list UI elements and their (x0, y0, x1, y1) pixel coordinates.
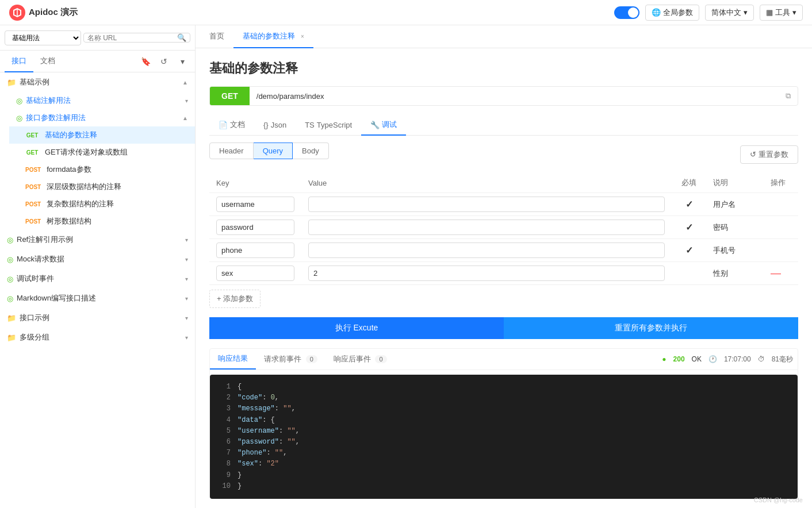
doc-tab-typescript[interactable]: TS TypeScript (296, 116, 361, 135)
group-header-ref[interactable]: ◎ Ref注解引用示例 ▾ (0, 230, 195, 249)
code-line: 9 } (219, 470, 788, 481)
bookmark-icon[interactable]: 🔖 (137, 53, 154, 70)
response-status: ● 200 OK 🕐 17:07:00 ⏱ 81毫秒 (662, 355, 798, 364)
line-number: 3 (219, 403, 231, 414)
code-line: 1 { (219, 382, 788, 392)
param-key-2[interactable] (216, 243, 294, 258)
sidebar-item-complex-struct[interactable]: POST 复杂数据结构的注释 (9, 195, 195, 213)
folder-icon-multi: 📁 (7, 333, 16, 342)
param-required-2: ✓ (672, 239, 706, 262)
search-input[interactable] (87, 34, 175, 42)
line-number: 6 (219, 437, 231, 448)
clock-icon: 🕐 (708, 355, 717, 363)
execute-row: 执行 Excute 重置所有参数并执行 (209, 317, 798, 339)
resp-tab-post[interactable]: 响应后事件 0 (325, 349, 395, 369)
param-value-3[interactable] (308, 265, 665, 281)
tools-btn[interactable]: ▦ 工具 ▾ (760, 5, 803, 21)
add-param-btn[interactable]: + 添加参数 (209, 290, 261, 308)
tab-bar: 首页 基础的参数注释 × (196, 25, 812, 48)
param-value-2[interactable] (308, 243, 665, 258)
param-action-2 (764, 239, 798, 262)
table-row: ✓ 用户名 (209, 193, 798, 216)
sidebar-item-formdata[interactable]: POST formdata参数 (9, 161, 195, 178)
response-container: 响应结果 请求前事件 0 响应后事件 0 ● 200 (209, 348, 798, 499)
doc-tab-json[interactable]: {} Json (254, 116, 296, 135)
group-header-debug-event[interactable]: ◎ 调试时事件 ▾ (0, 269, 195, 288)
group-header-basics[interactable]: 📁 基础示例 ▲ (0, 72, 195, 92)
line-content: "username": "", (238, 426, 300, 437)
group-header-markdown[interactable]: ◎ Markdown编写接口描述 ▾ (0, 288, 195, 308)
group-header-interface-example[interactable]: 📁 接口示例 ▾ (0, 308, 195, 328)
code-line: 5 "username": "", (219, 426, 788, 437)
param-desc-1: 密码 (706, 216, 764, 239)
line-content: "password": "", (238, 437, 300, 448)
project-select[interactable]: 基础用法 (5, 30, 81, 45)
resp-tab-result[interactable]: 响应结果 (210, 349, 256, 370)
req-tab-body[interactable]: Body (293, 143, 329, 159)
globe-icon: 🌐 (652, 8, 661, 17)
sidebar-item-basic-params[interactable]: GET 基础的参数注释 (9, 126, 195, 144)
method-tag-post4: POST (23, 218, 43, 225)
header-right: 🌐 全局参数 简体中文 ▾ ▦ 工具 ▾ (614, 5, 803, 21)
param-key-1[interactable] (216, 220, 294, 235)
app-title: Apidoc 演示 (29, 7, 78, 18)
timer-icon: ⏱ (758, 355, 765, 363)
sub-header-param-annotation[interactable]: ◎ 接口参数注解用法 ▲ (9, 109, 195, 126)
expand-icon-mock: ▾ (185, 256, 188, 263)
debug-icon: 🔧 (370, 121, 380, 129)
response-duration: 81毫秒 (772, 355, 793, 364)
col-desc: 说明 (706, 173, 764, 193)
sub-header-basic-annotation[interactable]: ◎ 基础注解用法 ▾ (9, 92, 195, 109)
delete-btn[interactable]: — (771, 267, 781, 279)
tab-close-btn[interactable]: × (301, 33, 304, 40)
watermark: CSDN @hg-code (754, 497, 803, 503)
line-number: 7 (219, 448, 231, 459)
param-value-1[interactable] (308, 220, 665, 235)
line-content: "sex": "2" (238, 459, 279, 469)
code-line: 2 "code": 0, (219, 392, 788, 403)
json-icon: {} (263, 121, 269, 129)
params-table: Key Value 必填 说明 操作 ✓ 用户名 ✓ (209, 173, 798, 285)
reset-params-btn[interactable]: ↺ 重置参数 (740, 145, 798, 164)
response-tabs: 响应结果 请求前事件 0 响应后事件 0 ● 200 (210, 349, 798, 370)
doc-tab-doc[interactable]: 📄 文档 (209, 115, 254, 136)
tab-active[interactable]: 基础的参数注释 × (233, 25, 313, 48)
language-btn[interactable]: 简体中文 ▾ (705, 5, 754, 21)
code-line: 10 } (219, 481, 788, 492)
resp-tab-pre[interactable]: 请求前事件 0 (256, 349, 325, 369)
sub-group-param-annotation: ◎ 接口参数注解用法 ▲ GET 基础的参数注释 GET GET请求传递对象或数… (0, 109, 195, 230)
doc-tab-debug[interactable]: 🔧 调试 (361, 115, 406, 136)
line-content: { (238, 382, 242, 392)
param-key-3[interactable] (216, 265, 294, 281)
group-header-mock[interactable]: ◎ Mock请求数据 ▾ (0, 249, 195, 269)
line-content: } (238, 470, 242, 481)
execute-btn[interactable]: 执行 Excute (209, 317, 504, 339)
sidebar: 基础用法 🔍 接口 文档 🔖 ↺ ▾ 📁 基础示例 ▲ (0, 25, 196, 508)
table-row: ✓ 手机号 (209, 239, 798, 262)
req-tab-query[interactable]: Query (254, 143, 293, 159)
param-key-0[interactable] (216, 197, 294, 212)
reset-execute-btn[interactable]: 重置所有参数并执行 (504, 317, 798, 339)
search-icon[interactable]: 🔍 (177, 33, 186, 42)
sidebar-item-get-object[interactable]: GET GET请求传递对象或数组 (9, 144, 195, 161)
tab-home[interactable]: 首页 (200, 25, 233, 48)
group-header-multi[interactable]: 📁 多级分组 ▾ (0, 328, 195, 347)
sidebar-item-deep-struct[interactable]: POST 深层级数据结构的注释 (9, 178, 195, 195)
sidebar-item-tree-struct[interactable]: POST 树形数据结构 (9, 213, 195, 230)
refresh-icon[interactable]: ↺ (156, 53, 172, 70)
tab-interface[interactable]: 接口 (5, 51, 33, 72)
more-icon[interactable]: ▾ (174, 53, 190, 70)
req-tab-header[interactable]: Header (209, 143, 254, 159)
api-method: GET (210, 87, 250, 105)
line-content: "phone": "", (238, 448, 287, 459)
pre-event-badge: 0 (306, 355, 317, 363)
global-params-btn[interactable]: 🌐 全局参数 (645, 5, 699, 21)
reset-icon: ↺ (750, 150, 756, 159)
theme-toggle[interactable] (614, 6, 639, 19)
api-url-bar: GET /demo/params/index ⧉ (209, 86, 798, 106)
param-required-3 (672, 262, 706, 285)
param-value-0[interactable] (308, 197, 665, 212)
tab-docs[interactable]: 文档 (33, 51, 62, 72)
copy-icon[interactable]: ⧉ (779, 87, 798, 105)
page-title: 基础的参数注释 (209, 60, 798, 77)
